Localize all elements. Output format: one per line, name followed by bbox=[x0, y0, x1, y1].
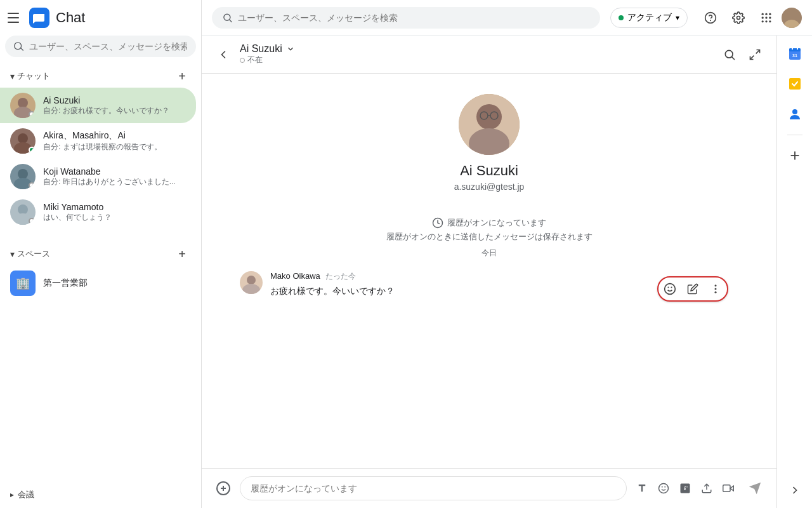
history-sub: 履歴がオンのときに送信したメッセージは保存されます bbox=[386, 231, 593, 243]
tasks-button[interactable] bbox=[782, 71, 808, 97]
tasks-icon bbox=[787, 76, 802, 91]
list-item[interactable]: Miki Yamamoto はい、何でしょう？ bbox=[0, 194, 196, 230]
attach-button[interactable] bbox=[212, 477, 235, 500]
add-chat-button[interactable]: + bbox=[173, 67, 191, 85]
detach-button[interactable] bbox=[743, 43, 766, 66]
top-bar: アクティブ ▾ bbox=[202, 0, 812, 36]
svg-point-43 bbox=[715, 291, 717, 293]
send-button[interactable] bbox=[743, 477, 766, 500]
chat-preview: 自分: 昨日はありがとうございました... bbox=[43, 177, 186, 187]
list-item[interactable]: Akira、Masahiro、Ai 自分: まずは現場視察の報告です。 bbox=[0, 123, 196, 159]
add-space-button[interactable]: + bbox=[173, 245, 191, 263]
msg-avatar bbox=[240, 271, 263, 294]
svg-line-26 bbox=[732, 57, 735, 59]
right-sidebar-divider bbox=[787, 135, 802, 135]
menu-button[interactable] bbox=[8, 10, 23, 25]
expand-button[interactable] bbox=[782, 478, 808, 503]
space-name: 第一営業部 bbox=[43, 277, 88, 289]
svg-point-41 bbox=[715, 284, 717, 286]
svg-point-36 bbox=[247, 276, 256, 284]
msg-time: たった今 bbox=[325, 271, 356, 282]
status-button[interactable]: アクティブ ▾ bbox=[610, 8, 688, 28]
svg-rect-54 bbox=[789, 48, 801, 51]
list-item[interactable]: Koji Watanabe 自分: 昨日はありがとうございました... bbox=[0, 159, 196, 194]
more-vert-icon bbox=[710, 283, 721, 295]
emoji-icon bbox=[664, 283, 676, 295]
upload-button[interactable] bbox=[697, 478, 717, 498]
chats-section-label: チャット bbox=[17, 70, 50, 82]
meetings-label: 会議 bbox=[18, 489, 34, 500]
more-options-button[interactable] bbox=[704, 277, 727, 300]
chat-name: Miki Yamamoto bbox=[43, 202, 186, 212]
sidebar-header: Chat bbox=[0, 0, 201, 36]
back-button[interactable] bbox=[212, 43, 235, 66]
gear-icon bbox=[732, 11, 745, 24]
emoji-reaction-button[interactable] bbox=[658, 277, 681, 300]
spaces-section-label: スペース bbox=[17, 248, 50, 260]
history-notice: 履歴がオンになっています 履歴がオンのときに送信したメッセージは保存されます bbox=[386, 217, 593, 243]
chat-list: Ai Suzuki 自分: お疲れ様です。今いいですか？ Akira、Masah… bbox=[0, 88, 201, 230]
calendar-button[interactable]: 31 bbox=[782, 41, 808, 66]
search-icon bbox=[14, 41, 24, 52]
contact-name-row: Ai Suzuki bbox=[240, 43, 713, 55]
space-icon: 🏢 bbox=[10, 271, 36, 296]
format-icon bbox=[636, 483, 648, 494]
user-avatar[interactable] bbox=[782, 8, 802, 28]
profile-email: a.suzuki@gtest.jp bbox=[454, 182, 525, 192]
send-icon bbox=[748, 481, 762, 495]
format-text-button[interactable] bbox=[632, 478, 652, 498]
search-input[interactable] bbox=[29, 41, 187, 51]
avatar bbox=[10, 199, 36, 225]
history-icon-row: 履歴がオンになっています bbox=[432, 217, 546, 229]
left-sidebar: Chat ▾ チャット + bbox=[0, 0, 202, 508]
avatar bbox=[10, 93, 36, 118]
chat-preview: 自分: まずは現場視察の報告です。 bbox=[43, 142, 186, 152]
svg-point-7 bbox=[18, 204, 28, 215]
status-label: アクティブ bbox=[627, 12, 672, 23]
svg-marker-51 bbox=[730, 486, 733, 491]
chevron-down-icon bbox=[286, 44, 295, 53]
contacts-button[interactable] bbox=[782, 102, 808, 127]
history-icon bbox=[432, 217, 443, 229]
list-item[interactable]: Ai Suzuki 自分: お疲れ様です。今いいですか？ bbox=[0, 88, 196, 123]
contact-info: Ai Suzuki 不在 bbox=[240, 43, 713, 65]
edit-button[interactable] bbox=[681, 277, 704, 300]
top-search-input[interactable] bbox=[238, 13, 590, 23]
add-app-button[interactable] bbox=[782, 143, 808, 168]
search-icon bbox=[723, 48, 736, 61]
emoji-button[interactable] bbox=[653, 478, 674, 498]
svg-point-14 bbox=[762, 13, 764, 15]
settings-button[interactable] bbox=[726, 5, 751, 30]
video-button[interactable] bbox=[718, 478, 738, 498]
apps-icon bbox=[760, 11, 773, 24]
history-label: 履歴がオンになっています bbox=[447, 217, 546, 229]
gif-button[interactable] bbox=[675, 478, 695, 498]
svg-point-1 bbox=[18, 98, 28, 108]
app-title: Chat bbox=[56, 10, 85, 26]
apps-button[interactable] bbox=[754, 5, 779, 30]
avatar bbox=[10, 128, 36, 154]
message-input[interactable] bbox=[240, 476, 627, 500]
chat-content: Ai Suzuki a.suzuki@gtest.jp 履歴がオンになっています bbox=[202, 74, 776, 468]
chevron-down-icon: ▾ bbox=[10, 249, 15, 259]
chat-info: Ai Suzuki 自分: お疲れ様です。今いいですか？ bbox=[43, 95, 186, 116]
svg-point-47 bbox=[659, 484, 669, 493]
meetings-section-header[interactable]: ▸ 会議 bbox=[0, 481, 201, 508]
video-icon bbox=[723, 483, 734, 494]
svg-point-42 bbox=[715, 288, 717, 290]
help-button[interactable] bbox=[698, 5, 723, 30]
body-row: Ai Suzuki 不在 bbox=[202, 36, 812, 508]
add-circle-icon bbox=[216, 481, 231, 496]
search-icon bbox=[222, 12, 233, 23]
svg-point-9 bbox=[224, 14, 230, 20]
spaces-section-header: ▾ スペース + bbox=[0, 240, 201, 265]
svg-point-18 bbox=[765, 17, 767, 18]
expand-section bbox=[782, 478, 808, 503]
list-item[interactable]: 🏢 第一営業部 bbox=[0, 265, 196, 301]
status-circle-icon bbox=[240, 58, 245, 63]
message-group: Mako Oikawa たった今 お疲れ様です。今いいですか？ bbox=[240, 271, 738, 298]
search-in-chat-button[interactable] bbox=[718, 43, 741, 66]
svg-point-13 bbox=[737, 16, 740, 19]
chevron-down-icon: ▾ bbox=[676, 13, 679, 22]
svg-point-3 bbox=[18, 133, 28, 144]
